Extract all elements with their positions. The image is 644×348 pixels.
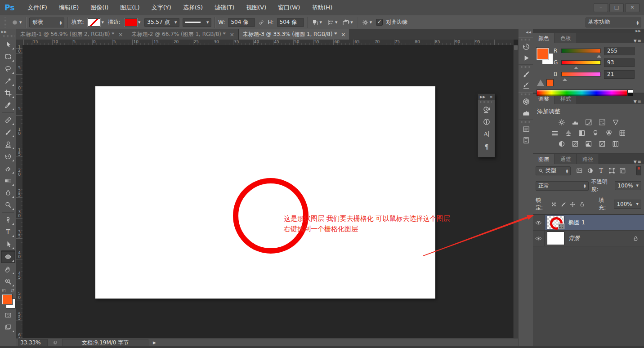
color-spectrum-ramp[interactable]: [537, 89, 627, 96]
curves-adjustment-icon[interactable]: [584, 118, 593, 126]
tab-close-icon[interactable]: ×: [341, 31, 345, 38]
width-field[interactable]: 504 像: [228, 18, 255, 27]
layer-filtering-toggle[interactable]: [636, 166, 641, 175]
channel-slider[interactable]: [561, 72, 601, 76]
stroke-type-select[interactable]: ▼: [183, 18, 211, 27]
hand-tool[interactable]: [1, 263, 15, 275]
pixel-layer-filter-icon[interactable]: [576, 167, 583, 174]
clone-stamp-tool[interactable]: [1, 138, 15, 150]
menu-item[interactable]: 视图(V): [240, 0, 272, 15]
panel-tab[interactable]: 通道: [555, 154, 577, 164]
layer-visibility-eye-icon[interactable]: [533, 231, 545, 246]
menu-item[interactable]: 文字(Y): [146, 0, 177, 15]
lock-paint-icon[interactable]: [560, 201, 566, 207]
path-selection-tool[interactable]: [1, 238, 15, 250]
document-tab[interactable]: 未标题-1 @ 56.9% (图层 2, RGB/8) *×: [16, 29, 127, 40]
path-alignment-button[interactable]: ▼: [326, 18, 338, 27]
close-button[interactable]: ✕: [625, 3, 640, 12]
channel-value-field[interactable]: 21: [604, 70, 635, 79]
toolbox-collapse-button[interactable]: ▶▶: [0, 29, 16, 35]
screen-mode-button[interactable]: [1, 321, 15, 333]
posterize-adjustment-icon[interactable]: [570, 140, 580, 147]
ellipse-tool[interactable]: [1, 250, 15, 263]
lock-transparency-icon[interactable]: [551, 201, 557, 207]
black-white-ramp[interactable]: [627, 89, 633, 96]
menu-item[interactable]: 编辑(E): [53, 0, 85, 15]
panel-menu-icon[interactable]: ▼≡: [634, 99, 644, 104]
crop-tool[interactable]: [1, 87, 15, 99]
stroke-width-field[interactable]: 35.57 点 ▼: [144, 18, 179, 27]
brush-presets-panel-icon[interactable]: [520, 80, 532, 91]
fill-opacity-field[interactable]: 100% ▼: [614, 200, 641, 209]
menu-item[interactable]: 文件(F): [22, 0, 53, 15]
close-panel-icon[interactable]: ✕: [489, 95, 493, 99]
expand-panel-icon[interactable]: ▶▶: [480, 95, 485, 99]
eyedropper-tool[interactable]: [1, 99, 15, 111]
menu-item[interactable]: 选择(S): [177, 0, 209, 15]
eraser-tool[interactable]: [1, 163, 15, 174]
dock-collapse-button[interactable]: ◀◀: [519, 29, 533, 36]
layer-name[interactable]: 椭圆 1: [568, 219, 585, 227]
menu-item[interactable]: 窗口(W): [272, 0, 306, 15]
layer-visibility-eye-icon[interactable]: [533, 215, 545, 230]
lock-all-icon[interactable]: [579, 201, 585, 207]
blur-tool[interactable]: [1, 187, 15, 199]
default-swap-colors[interactable]: ◱ ⇄: [2, 288, 14, 293]
tab-close-icon[interactable]: ×: [230, 31, 234, 38]
layer-thumbnail[interactable]: [547, 232, 564, 245]
notes-panel-icon[interactable]: [520, 135, 532, 146]
exposure-adjustment-icon[interactable]: [597, 118, 607, 126]
brightness-contrast-adjustment-icon[interactable]: [557, 118, 566, 126]
pen-tool[interactable]: [1, 214, 15, 226]
adjustment-layer-filter-icon[interactable]: [587, 167, 594, 174]
gradient-tool[interactable]: [1, 175, 15, 187]
minimize-button[interactable]: –: [594, 3, 608, 12]
height-field[interactable]: 504 像: [277, 18, 304, 27]
shape-layer-filter-icon[interactable]: [608, 167, 615, 174]
layer-filter-type-select[interactable]: 类型 ▲▼: [536, 166, 571, 175]
paragraph-panel-icon[interactable]: ¶: [481, 141, 492, 152]
actions-panel-icon[interactable]: [520, 53, 532, 63]
lasso-tool[interactable]: [1, 63, 15, 75]
panel-menu-icon[interactable]: ▼≡: [634, 38, 644, 43]
slider-handle-icon[interactable]: [597, 53, 601, 58]
layer-row[interactable]: 背景: [533, 231, 644, 246]
maximize-button[interactable]: □: [609, 3, 624, 12]
align-edges-checkbox[interactable]: ✓: [376, 19, 383, 26]
channel-mixer-adjustment-icon[interactable]: [604, 129, 613, 137]
quick-mask-button[interactable]: [1, 309, 15, 321]
channel-value-field[interactable]: 93: [604, 58, 635, 67]
menu-item[interactable]: 帮助(H): [306, 0, 338, 15]
panel-menu-icon[interactable]: ▼≡: [634, 159, 644, 164]
dodge-tool[interactable]: [1, 199, 15, 211]
status-options-button[interactable]: ▶: [153, 340, 156, 345]
document-canvas[interactable]: [95, 86, 435, 299]
zoom-tool[interactable]: [1, 276, 15, 287]
gradient-map-adjustment-icon[interactable]: [597, 140, 607, 147]
channel-slider[interactable]: [561, 60, 601, 65]
opacity-field[interactable]: 100% ▼: [615, 181, 641, 190]
panel-tab[interactable]: 路径: [577, 154, 599, 164]
blend-mode-select[interactable]: 正常 ▲▼: [536, 181, 589, 191]
layer-thumbnail[interactable]: [547, 216, 564, 229]
lock-position-icon[interactable]: [570, 201, 576, 207]
marquee-tool[interactable]: [1, 51, 15, 62]
black-white-adjustment-icon[interactable]: [577, 129, 586, 137]
photo-filter-adjustment-icon[interactable]: [590, 129, 600, 137]
slider-handle-icon[interactable]: [563, 76, 567, 81]
channel-slider[interactable]: [561, 49, 601, 53]
vertical-scrollbar[interactable]: [513, 45, 518, 338]
hue-saturation-adjustment-icon[interactable]: [550, 129, 559, 137]
invert-adjustment-icon[interactable]: [557, 140, 566, 147]
geometry-options-button[interactable]: ▼: [361, 18, 373, 27]
selective-color-adjustment-icon[interactable]: [611, 140, 620, 147]
zoom-level-field[interactable]: 33.33%: [18, 339, 48, 346]
color-lookup-adjustment-icon[interactable]: [617, 129, 627, 137]
link-dimensions-icon[interactable]: [258, 19, 264, 26]
path-operations-button[interactable]: ▼: [311, 18, 323, 27]
color-balance-adjustment-icon[interactable]: [564, 129, 573, 137]
scrollbar-thumb[interactable]: [514, 45, 518, 50]
navigator-panel-icon[interactable]: [520, 96, 532, 107]
menu-item[interactable]: 图像(I): [85, 0, 114, 15]
clone-source-panel-icon[interactable]: [481, 104, 492, 115]
